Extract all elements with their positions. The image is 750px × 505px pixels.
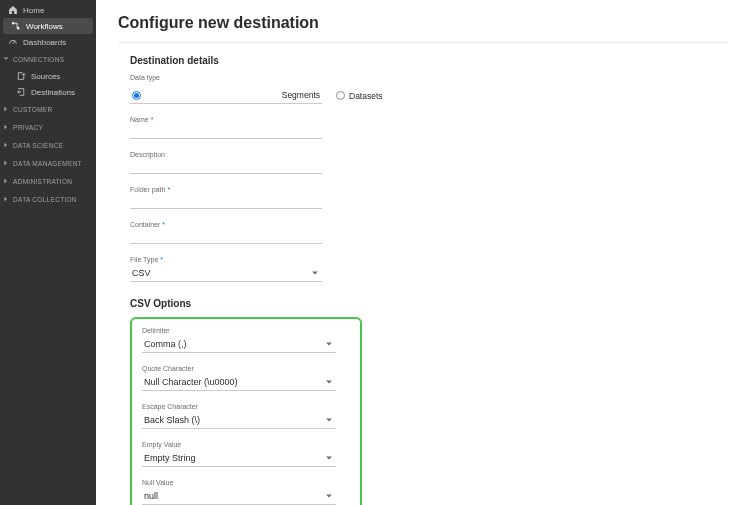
sidebar-group-label: ADMINISTRATION <box>13 178 72 185</box>
sidebar-item-sources[interactable]: Sources <box>8 68 96 84</box>
sidebar-group-customer[interactable]: CUSTOMER <box>0 100 96 118</box>
null-select[interactable]: null <box>142 488 336 505</box>
section-heading-csv: CSV Options <box>130 298 728 309</box>
folder-label: Folder path * <box>130 186 728 193</box>
quote-value: Null Character (\u0000) <box>144 377 238 387</box>
svg-rect-0 <box>12 22 14 24</box>
sidebar-group-connections[interactable]: CONNECTIONS <box>0 50 96 68</box>
sidebar-item-label: Home <box>23 6 44 15</box>
folder-input[interactable] <box>130 195 322 209</box>
escape-label: Escape Character <box>142 403 350 410</box>
sidebar-group-datascience[interactable]: DATA SCIENCE <box>0 136 96 154</box>
sidebar-group-label: DATA COLLECTION <box>13 196 77 203</box>
sidebar-group-label: DATA MANAGEMENT <box>13 160 82 167</box>
chevron-down-icon <box>310 268 320 278</box>
chevron-down-icon <box>324 491 334 501</box>
empty-select[interactable]: Empty String <box>142 450 336 467</box>
sidebar-group-admin[interactable]: ADMINISTRATION <box>0 172 96 190</box>
sidebar-group-privacy[interactable]: PRIVACY <box>0 118 96 136</box>
sidebar-group-label: DATA SCIENCE <box>13 142 63 149</box>
escape-select[interactable]: Back Slash (\) <box>142 412 336 429</box>
sidebar-item-label: Sources <box>31 72 60 81</box>
empty-value: Empty String <box>144 453 196 463</box>
destinations-icon <box>16 87 26 97</box>
sidebar-item-workflows[interactable]: Workflows <box>3 18 93 34</box>
delimiter-value: Comma (,) <box>144 339 187 349</box>
page-title: Configure new destination <box>118 14 728 32</box>
sidebar-group-label: CUSTOMER <box>13 106 52 113</box>
sidebar-item-home[interactable]: Home <box>0 2 96 18</box>
sidebar-item-label: Workflows <box>26 22 63 31</box>
chevron-down-icon <box>324 415 334 425</box>
divider <box>118 42 728 43</box>
radio-segments[interactable]: Segments <box>130 87 322 104</box>
section-heading-details: Destination details <box>130 55 728 66</box>
delimiter-label: Delimiter <box>142 327 350 334</box>
workflows-icon <box>11 21 21 31</box>
csv-options-highlight: Delimiter Comma (,) Quote Character Null… <box>130 317 362 505</box>
name-label: Name * <box>130 116 728 123</box>
quote-label: Quote Character <box>142 365 350 372</box>
sidebar-item-label: Dashboards <box>23 38 66 47</box>
chevron-right-icon <box>2 195 10 203</box>
dashboards-icon <box>8 37 18 47</box>
name-input[interactable] <box>130 125 322 139</box>
chevron-down-icon <box>324 453 334 463</box>
radio-label: Datasets <box>349 91 383 101</box>
chevron-right-icon <box>2 159 10 167</box>
sidebar-group-datamgmt[interactable]: DATA MANAGEMENT <box>0 154 96 172</box>
radio-label: Segments <box>282 90 320 100</box>
filetype-select[interactable]: CSV <box>130 265 322 282</box>
filetype-label: File Type * <box>130 256 728 263</box>
escape-value: Back Slash (\) <box>144 415 200 425</box>
chevron-right-icon <box>2 105 10 113</box>
container-input[interactable] <box>130 230 322 244</box>
description-label: Description <box>130 151 728 158</box>
chevron-right-icon <box>2 141 10 149</box>
sidebar-item-dashboards[interactable]: Dashboards <box>0 34 96 50</box>
null-value: null <box>144 491 158 501</box>
chevron-down-icon <box>324 377 334 387</box>
radio-datasets[interactable]: Datasets <box>336 87 383 104</box>
sources-icon <box>16 71 26 81</box>
container-label: Container * <box>130 221 728 228</box>
sidebar: Home Workflows Dashboards CONNECTIONS So… <box>0 0 96 505</box>
quote-select[interactable]: Null Character (\u0000) <box>142 374 336 391</box>
empty-label: Empty Value <box>142 441 350 448</box>
chevron-down-icon <box>2 55 10 63</box>
radio-icon <box>132 91 141 100</box>
chevron-right-icon <box>2 123 10 131</box>
description-input[interactable] <box>130 160 322 174</box>
delimiter-select[interactable]: Comma (,) <box>142 336 336 353</box>
sidebar-item-destinations[interactable]: Destinations <box>8 84 96 100</box>
chevron-right-icon <box>2 177 10 185</box>
home-icon <box>8 5 18 15</box>
sidebar-item-label: Destinations <box>31 88 75 97</box>
sidebar-group-label: CONNECTIONS <box>13 56 64 63</box>
sidebar-group-label: PRIVACY <box>13 124 43 131</box>
filetype-value: CSV <box>132 268 151 278</box>
datatype-label: Data type <box>130 74 728 81</box>
sidebar-group-datacoll[interactable]: DATA COLLECTION <box>0 190 96 208</box>
main-content: Configure new destination Destination de… <box>96 0 750 505</box>
null-label: Null Value <box>142 479 350 486</box>
radio-icon <box>336 91 345 100</box>
chevron-down-icon <box>324 339 334 349</box>
